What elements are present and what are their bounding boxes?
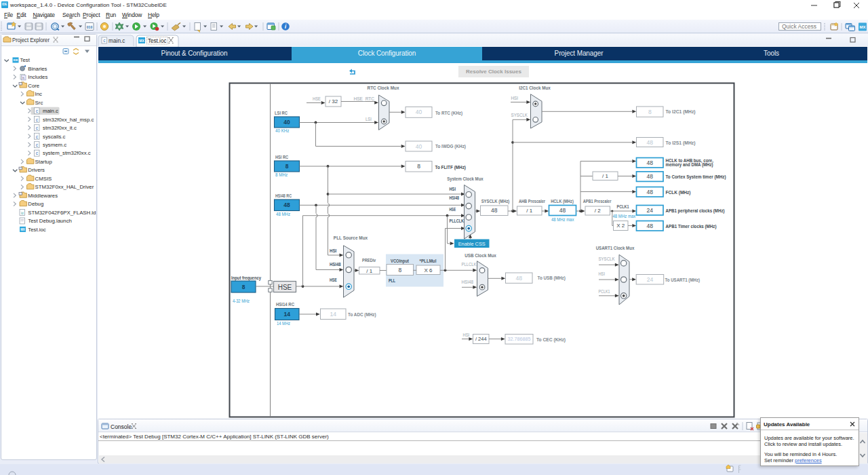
- svg-text:system_stm32f0xx.c: system_stm32f0xx.c: [43, 150, 91, 156]
- svg-text:Test.ioc: Test.ioc: [28, 227, 46, 233]
- svg-text:Test Debug.launch: Test Debug.launch: [28, 218, 72, 224]
- svg-text:APB1 Prescaler: APB1 Prescaler: [583, 199, 612, 204]
- svg-text:PREDiv: PREDiv: [362, 258, 376, 263]
- svg-text:Inc: Inc: [35, 91, 43, 97]
- svg-text:14: 14: [330, 311, 337, 318]
- svg-text:48: 48: [647, 173, 654, 180]
- svg-text:To IWDG (KHz): To IWDG (KHz): [435, 144, 466, 149]
- svg-text:010: 010: [87, 25, 93, 29]
- svg-text:24: 24: [647, 207, 654, 214]
- svg-text:SYSCLK (MHz): SYSCLK (MHz): [481, 199, 510, 204]
- svg-text:Test: Test: [20, 57, 31, 63]
- svg-text:stm32f0xx_hal_msp.c: stm32f0xx_hal_msp.c: [43, 117, 94, 123]
- svg-text:40: 40: [283, 119, 290, 126]
- svg-text:Project Explorer: Project Explorer: [12, 37, 50, 43]
- svg-text:HSI RC: HSI RC: [275, 155, 288, 159]
- svg-text:MX: MX: [139, 39, 144, 43]
- svg-text:HSI: HSI: [450, 187, 456, 191]
- svg-text:I2C1 Clock Mux: I2C1 Clock Mux: [519, 86, 551, 90]
- svg-text:24: 24: [647, 276, 654, 283]
- svg-text:48: 48: [516, 275, 523, 282]
- svg-text:To USART1 (MHz): To USART1 (MHz): [665, 278, 701, 283]
- svg-text:14: 14: [284, 311, 291, 318]
- svg-text:CMSIS: CMSIS: [35, 176, 52, 182]
- svg-text:Debug: Debug: [28, 201, 43, 207]
- svg-text:HSI: HSI: [463, 332, 470, 337]
- svg-text:48: 48: [491, 207, 498, 214]
- svg-text:memory and DMA (MHz): memory and DMA (MHz): [666, 162, 713, 168]
- svg-text:To I2C1 (MHz): To I2C1 (MHz): [666, 109, 696, 115]
- svg-text:System Clock Mux: System Clock Mux: [447, 176, 483, 182]
- svg-text:/ 1: / 1: [602, 173, 608, 179]
- svg-text:8: 8: [398, 267, 401, 273]
- svg-text:/ 244: / 244: [475, 336, 487, 342]
- svg-text:syscalls.c: syscalls.c: [43, 134, 65, 140]
- svg-text:X 2: X 2: [616, 223, 625, 229]
- svg-text:HSI48: HSI48: [330, 262, 341, 267]
- svg-text:STM32F042F6PX_FLASH.ld: STM32F042F6PX_FLASH.ld: [28, 210, 96, 216]
- svg-text:8: 8: [648, 109, 652, 115]
- svg-text:LSI RC: LSI RC: [275, 111, 288, 115]
- svg-text:AHB Prescaler: AHB Prescaler: [519, 199, 545, 204]
- svg-text:4-32 MHz: 4-32 MHz: [233, 299, 250, 303]
- svg-text:LSI: LSI: [366, 117, 372, 121]
- svg-text:IDE: IDE: [14, 58, 18, 62]
- svg-text:Enable CSS: Enable CSS: [458, 241, 486, 247]
- svg-text:Input frequency: Input frequency: [231, 276, 261, 281]
- svg-text:48 MHz: 48 MHz: [276, 212, 290, 216]
- svg-text:To Cortex System timer (MHz): To Cortex System timer (MHz): [666, 174, 726, 180]
- svg-text:To FLITF (MHz): To FLITF (MHz): [435, 165, 467, 170]
- svg-text:Console: Console: [111, 423, 132, 430]
- svg-text:PLL Source Mux: PLL Source Mux: [334, 235, 368, 240]
- svg-text:40: 40: [416, 109, 422, 115]
- svg-text:HSI14 RC: HSI14 RC: [276, 302, 294, 307]
- svg-text:PCLK1: PCLK1: [599, 289, 610, 294]
- svg-text:PCLK1: PCLK1: [617, 204, 629, 209]
- svg-text:Src: Src: [35, 100, 43, 106]
- svg-text:48: 48: [647, 139, 654, 146]
- svg-text:To RTC (KHz): To RTC (KHz): [435, 111, 462, 116]
- svg-text:HSE: HSE: [330, 278, 337, 282]
- svg-text:14 MHz: 14 MHz: [277, 321, 290, 326]
- svg-text:PLL: PLL: [389, 278, 395, 284]
- svg-text:stm32f0xx_it.c: stm32f0xx_it.c: [43, 125, 77, 131]
- svg-text:8: 8: [242, 284, 245, 290]
- svg-text:main.c: main.c: [108, 37, 125, 44]
- svg-text:/ 32: / 32: [329, 98, 338, 104]
- svg-text:To ADC (MHz): To ADC (MHz): [348, 312, 376, 318]
- svg-text:8 MHz: 8 MHz: [275, 172, 288, 177]
- svg-text:VCOInput: VCOInput: [391, 259, 409, 264]
- svg-text:USART1 Clock Mux: USART1 Clock Mux: [596, 246, 635, 250]
- svg-text:HSI: HSI: [330, 248, 336, 253]
- svg-text:Middlewares: Middlewares: [28, 193, 58, 199]
- svg-text:HSE_RTC: HSE_RTC: [354, 96, 375, 102]
- svg-text:8: 8: [285, 163, 289, 170]
- svg-text:PLLCLK: PLLCLK: [450, 218, 465, 223]
- svg-text:8: 8: [417, 163, 420, 170]
- svg-text:STM32F0xx_HAL_Driver: STM32F0xx_HAL_Driver: [35, 184, 94, 190]
- svg-text:APB1 Timer clocks (MHz): APB1 Timer clocks (MHz): [666, 224, 717, 229]
- svg-text:HSI: HSI: [599, 271, 606, 276]
- svg-text:HSE: HSE: [450, 207, 456, 212]
- svg-text:48: 48: [647, 223, 654, 229]
- svg-text:40: 40: [416, 143, 422, 150]
- svg-text:SYSCLK: SYSCLK: [599, 256, 615, 261]
- svg-text:HSE: HSE: [313, 96, 321, 101]
- svg-text:/ 2: / 2: [595, 208, 601, 214]
- svg-text:APB1 peripheral clocks (MHz): APB1 peripheral clocks (MHz): [666, 208, 725, 214]
- svg-text:MX: MX: [20, 228, 25, 231]
- svg-text:HSI48 RC: HSI48 RC: [275, 193, 292, 198]
- svg-text:HSI48: HSI48: [462, 280, 474, 284]
- svg-text:*PLLMul: *PLLMul: [420, 259, 437, 263]
- svg-text:ld: ld: [21, 212, 24, 215]
- svg-text:HSE: HSE: [278, 284, 292, 291]
- svg-text:48: 48: [647, 189, 654, 195]
- svg-text:FCLK (MHz): FCLK (MHz): [666, 190, 691, 195]
- svg-text:main.c: main.c: [43, 108, 58, 114]
- svg-text:48: 48: [647, 159, 654, 166]
- svg-text:48 MHz max: 48 MHz max: [613, 214, 636, 218]
- svg-text:USB Clock Mux: USB Clock Mux: [465, 253, 496, 258]
- svg-text:32.786885: 32.786885: [508, 336, 531, 342]
- svg-text:Drivers: Drivers: [28, 167, 45, 173]
- svg-text:To I2S1 (MHz): To I2S1 (MHz): [666, 140, 696, 146]
